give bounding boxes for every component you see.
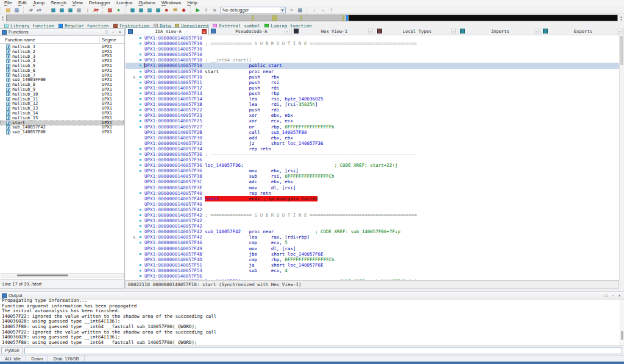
vscrollbar-thumb[interactable] [620,36,623,65]
asm-line[interactable]: UPX1:0000000140057F36 mov ebx, [rsi] [126,168,619,173]
functions-maximize-button[interactable]: □ [104,29,109,35]
functions-hscrollbar[interactable] [1,273,124,278]
function-row-nullsub-14[interactable]: fnullsub_14UPX1 [0,111,124,116]
asm-line[interactable]: UPX1:0000000140057F42 ; =============== … [126,212,619,218]
asm-line[interactable]: UPX1:0000000140057F2B call sub_140057F80 [126,130,619,135]
asm-line[interactable]: UPX1:0000000140057F36 loc_140057F36: ; C… [126,163,619,168]
menu-item-lumina[interactable]: Lumina [113,0,135,6]
pause-process-icon[interactable]: ‖ [202,6,210,13]
asm-line[interactable]: UPX1:0000000140057F42 [126,207,619,212]
chevron-down-icon[interactable]: ▾ [280,7,285,13]
asm-line[interactable]: UPX1:0000000140057F30 add ebx, ebx [126,135,619,141]
functions-float-button[interactable]: ▫ [110,29,116,35]
fold-arrow-icon[interactable]: ∨ [133,74,136,80]
jump-name-icon[interactable]: ▦ [75,6,82,13]
debugger-combo[interactable]: No debugger▾ [220,7,286,13]
menu-item-options[interactable]: Options [135,0,158,6]
function-row-nullsub-13[interactable]: fnullsub_13UPX1 [0,106,124,111]
down-list-icon[interactable]: ↓ [83,6,91,13]
tab-close-icon[interactable]: × [368,29,373,33]
output-close-button[interactable]: × [617,293,622,299]
output-vscrollbar[interactable] [620,299,624,346]
feedback-mail-icon[interactable]: ✉ [171,6,179,13]
output-log[interactable]: Propagating type information...Function … [0,298,619,345]
asm-line[interactable]: UPX1:0000000140057F38 sub rsi, 0FFFFFFFF… [126,173,619,179]
asm-line[interactable]: UPX1:0000000140057F3E mov dl, [rsi] [126,185,619,191]
asm-line[interactable]: ∨UPX1:0000000140057F10 push rbx [126,74,619,80]
tab-imports[interactable]: Imports× [458,27,541,35]
tab-exports[interactable]: Exports× [541,27,624,35]
function-row-nullsub-8[interactable]: fnullsub_8UPX1 [0,82,124,87]
python-interpreter-tab[interactable]: Python [1,347,23,354]
breakpoints-icon[interactable]: ◆ [180,6,187,13]
tab-ida-view-a[interactable]: IDA View-A× [126,27,209,35]
asm-line[interactable]: UPX1:0000000140057F12 push rdi [126,85,619,91]
output-maximize-button[interactable]: □ [603,293,609,299]
tab-pseudocode-a[interactable]: Pseudocode-A× [209,27,292,35]
run-until-return-icon[interactable]: ↑ [327,6,335,13]
asm-line[interactable]: ∨UPX1:0000000140057F42 lea rax, [rdi+rbp… [126,234,619,240]
tab-close-icon[interactable]: × [202,29,207,34]
function-row-sub-140057f42[interactable]: fsub_140057F42UPX1 [0,125,124,130]
asm-line[interactable]: UPX1:0000000140057F13 push rbp [126,91,619,96]
stop-process-icon[interactable]: ■ [211,6,218,13]
menu-item-file[interactable]: File [1,0,15,6]
asm-line[interactable]: UPX1:0000000140057F10 ; =============== … [126,41,619,46]
asm-line[interactable]: UPX1:0000000140057F49 mov dl, [rax] [126,246,619,251]
asm-line[interactable]: UPX1:0000000140057F53 sub ecx, 4 [126,268,619,273]
asm-line[interactable]: UPX1:0000000140057F4D cmp rbp, 0FFFFFFFF… [126,257,619,262]
output-float-button[interactable]: ▫ [610,293,615,299]
asm-line[interactable]: UPX1:0000000140057F27 or rbp, 0FFFFFFFFF… [126,124,619,130]
stop-analysis-icon[interactable]: ■ [163,6,170,13]
vscrollbar-thumb[interactable] [621,331,623,340]
nav-forward-icon[interactable]: ▸▾ [35,6,43,13]
names-window-icon[interactable]: ▦ [154,6,161,13]
functions-close-button[interactable]: × [117,29,122,35]
debugger-options-icon[interactable]: ▤ [296,6,303,13]
asm-line[interactable]: UPX1:0000000140057F25 xor ecx, ecx [126,118,619,124]
function-row-start[interactable]: fstartUPX1 [0,121,124,125]
navband-right-arrows-icon[interactable]: ▴▾ [619,15,624,21]
tab-close-icon[interactable]: × [617,29,622,33]
strings-window-icon[interactable]: ▦ [137,6,144,13]
asm-line[interactable]: UPX1:0000000140057F10 [126,52,619,57]
column-segment[interactable]: Segme [102,37,116,43]
menu-item-jump[interactable]: Jump [30,0,48,6]
asm-line[interactable]: UPX1:0000000140057F46 cmp ecx, 5 [126,240,619,245]
function-row-nullsub-5[interactable]: fnullsub_5UPX1 [0,63,124,68]
asm-line[interactable]: UPX1:0000000140057F36 [126,157,619,163]
asm-line[interactable]: UPX1:0000000140057F10 ; __int64 start() [126,57,619,63]
functions-columns-header[interactable]: Function name Segme [0,36,124,44]
menu-item-help[interactable]: Help [184,0,200,6]
function-row-nullsub-11[interactable]: fnullsub_11UPX1 [0,97,124,102]
asm-line[interactable]: UPX1:0000000140057F34 rep retn [126,146,619,152]
segments-window-icon[interactable]: ▧ [146,6,153,13]
function-row-nullsub-2[interactable]: fnullsub_2UPX1 [0,49,124,54]
asm-line[interactable]: UPX1:0000000140057F14 lea rsi, byte_1400… [126,96,619,102]
asm-line[interactable]: UPX1:0000000140057F10 start proc near [126,69,619,74]
menu-item-debugger[interactable]: Debugger [86,0,113,6]
function-row-sub-140057f80[interactable]: fsub_140057F80UPX1 [0,130,124,135]
jump-back-icon[interactable]: ▦ [49,6,57,13]
save-file-icon[interactable]: ▥ [13,6,20,13]
start-process-icon[interactable]: ▶ [194,6,201,13]
menu-item-edit[interactable]: Edit [15,0,30,6]
function-row-sub-14003ff00[interactable]: fsub_14003FF00UPX1 [0,78,124,83]
asm-line[interactable]: UPX1:0000000140057F10 [126,46,619,52]
asm-line[interactable]: UPX1:0000000140057F40 rep retn [126,191,619,196]
function-row-nullsub-7[interactable]: fnullsub_7UPX1 [0,73,124,78]
disassembly-listing[interactable]: UPX1:0000000140057F10UPX1:0000000140057F… [126,35,619,280]
detach-icon[interactable]: × [288,6,295,13]
asm-line[interactable]: UPX1:0000000140057F22 push rdi [126,107,619,113]
tab-close-icon[interactable]: × [534,29,539,33]
tab-close-icon[interactable]: × [285,29,289,33]
function-row-nullsub-9[interactable]: fnullsub_9UPX1 [0,87,124,92]
asm-line[interactable]: UPX1:0000000140057F42 [126,223,619,229]
listing-vscrollbar[interactable] [619,35,624,280]
asm-line[interactable]: UPX1:0000000140057F42 [126,218,619,223]
asm-line[interactable]: UPX1:0000000140057F40 [126,201,619,207]
function-row-nullsub-1[interactable]: fnullsub_1UPX1 [0,44,124,49]
nav-back-icon[interactable]: ◂▾ [27,6,34,13]
menu-item-windows[interactable]: Windows [158,0,184,6]
function-row-nullsub-4[interactable]: fnullsub_4UPX1 [0,58,124,63]
